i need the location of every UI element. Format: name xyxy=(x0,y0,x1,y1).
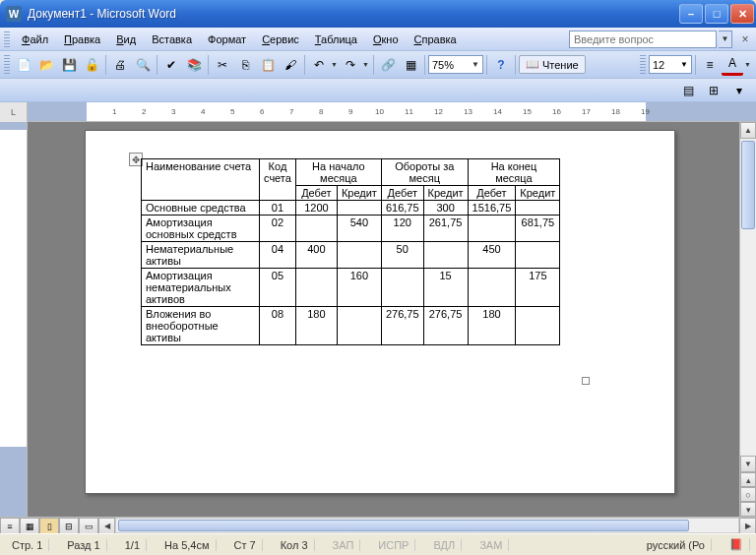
status-rec[interactable]: ЗАП xyxy=(327,539,361,551)
help-icon[interactable]: ? xyxy=(490,54,512,76)
zoom-combo[interactable]: 75%▼ xyxy=(428,55,483,74)
table-cell[interactable]: 681,75 xyxy=(516,216,560,242)
table-cell[interactable]: 05 xyxy=(260,269,296,307)
header-end[interactable]: На конец месяца xyxy=(468,159,560,186)
new-doc-icon[interactable]: 📄 xyxy=(13,54,34,76)
menu-window[interactable]: Окно xyxy=(365,31,407,48)
menu-view[interactable]: Вид xyxy=(108,31,144,48)
table-cell[interactable]: 08 xyxy=(260,307,296,345)
header-debit[interactable]: Дебет xyxy=(295,186,337,201)
table-cell[interactable]: Основные средства xyxy=(142,201,260,216)
table-cell[interactable] xyxy=(516,201,560,216)
table-row[interactable]: Вложения во внеоборотные активы08180276,… xyxy=(142,307,560,345)
paste-icon[interactable]: 📋 xyxy=(257,54,279,76)
tables-borders-icon[interactable]: ▦ xyxy=(400,54,421,76)
menu-insert[interactable]: Вставка xyxy=(144,31,200,48)
table-cell[interactable] xyxy=(516,242,560,269)
header-start[interactable]: На начало месяца xyxy=(295,159,381,186)
table-cell[interactable]: 276,75 xyxy=(381,307,423,345)
cut-icon[interactable]: ✂ xyxy=(212,54,233,76)
status-trk[interactable]: ИСПР xyxy=(372,539,415,551)
open-icon[interactable]: 📂 xyxy=(35,54,57,76)
research-icon[interactable]: 📚 xyxy=(183,54,205,76)
table-cell[interactable]: 180 xyxy=(468,307,516,345)
menu-file[interactable]: Файл xyxy=(14,31,56,48)
table-cell[interactable]: 15 xyxy=(423,269,468,307)
font-size-combo[interactable]: 12▼ xyxy=(649,55,692,74)
table-cell[interactable]: 540 xyxy=(337,216,381,242)
header-name[interactable]: Наименование счета xyxy=(142,159,260,201)
status-language[interactable]: русский (Ро xyxy=(641,539,712,551)
accounting-table[interactable]: Наименование счета Код счета На начало м… xyxy=(141,158,560,345)
toolbar-grip[interactable] xyxy=(4,55,10,75)
table-cell[interactable] xyxy=(516,307,560,345)
table-cell[interactable]: 02 xyxy=(260,216,296,242)
ask-dropdown[interactable]: ▼ xyxy=(719,31,732,48)
header-code[interactable]: Код счета xyxy=(260,159,296,201)
vertical-scrollbar[interactable]: ▲ ▼ ▴ ○ ▾ xyxy=(739,122,756,517)
table-row[interactable]: Амортизация основных средств02540120261,… xyxy=(142,216,560,242)
header-credit[interactable]: Кредит xyxy=(516,186,560,201)
status-ovr[interactable]: ЗАМ xyxy=(473,539,509,551)
table-cell[interactable]: 1200 xyxy=(295,201,337,216)
table-cell[interactable]: 261,75 xyxy=(423,216,468,242)
table-cell[interactable]: 400 xyxy=(295,242,337,269)
hyperlink-icon[interactable]: 🔗 xyxy=(377,54,399,76)
copy-icon[interactable]: ⎘ xyxy=(234,54,256,76)
browse-object-button[interactable]: ○ xyxy=(740,487,756,502)
ask-a-question-input[interactable] xyxy=(569,31,717,48)
table-cell[interactable] xyxy=(295,269,337,307)
table-cell[interactable]: Амортизация основных средств xyxy=(142,216,260,242)
table-cell[interactable]: Нематериальные активы xyxy=(142,242,260,269)
table-cell[interactable]: Амортизация нематериальных активов xyxy=(142,269,260,307)
print-preview-icon[interactable]: 🔍 xyxy=(132,54,154,76)
menu-table[interactable]: Таблица xyxy=(307,31,365,48)
table-cell[interactable] xyxy=(337,242,381,269)
table-resize-handle[interactable] xyxy=(582,377,590,385)
table-cell[interactable] xyxy=(295,216,337,242)
table-cell[interactable]: 616,75 xyxy=(381,201,423,216)
menu-edit[interactable]: Правка xyxy=(56,31,108,48)
table-cell[interactable] xyxy=(337,307,381,345)
hscroll-right-button[interactable]: ▶ xyxy=(739,518,756,534)
close-doc-button[interactable]: × xyxy=(738,32,752,46)
document-viewport[interactable]: ✥ Наименование счета Код счета На начало… xyxy=(28,122,739,517)
draw-table-icon[interactable]: ▤ xyxy=(677,80,699,101)
table-cell[interactable] xyxy=(423,242,468,269)
hscroll-thumb[interactable] xyxy=(118,520,689,531)
scroll-thumb[interactable] xyxy=(741,141,755,229)
undo-icon[interactable]: ↶ xyxy=(308,54,330,76)
table-cell[interactable] xyxy=(468,216,516,242)
outline-view-button[interactable]: ⊟ xyxy=(59,518,79,534)
reading-layout-button[interactable]: 📖 Чтение xyxy=(519,55,586,74)
formatting-grip[interactable] xyxy=(640,55,646,75)
format-painter-icon[interactable]: 🖌 xyxy=(280,54,301,76)
font-color-icon[interactable]: A xyxy=(722,54,743,76)
table-row[interactable]: Амортизация нематериальных активов051601… xyxy=(142,269,560,307)
hscroll-left-button[interactable]: ◀ xyxy=(98,518,115,534)
font-color-dropdown[interactable]: ▼ xyxy=(744,61,752,68)
undo-dropdown[interactable]: ▼ xyxy=(331,61,339,68)
print-view-button[interactable]: ▯ xyxy=(39,518,59,534)
table-cell[interactable]: 01 xyxy=(260,201,296,216)
header-credit[interactable]: Кредит xyxy=(337,186,381,201)
table-row[interactable]: Нематериальные активы0440050450 xyxy=(142,242,560,269)
header-debit[interactable]: Дебет xyxy=(468,186,516,201)
vertical-ruler[interactable] xyxy=(0,122,28,517)
insert-table-icon[interactable]: ⊞ xyxy=(703,80,724,101)
horizontal-ruler[interactable]: 12345678910111213141516171819 xyxy=(28,102,756,121)
status-spell-icon[interactable]: 📕 xyxy=(724,538,750,551)
menubar-grip[interactable] xyxy=(4,31,10,47)
scroll-up-button[interactable]: ▲ xyxy=(740,122,756,139)
hscroll-track[interactable] xyxy=(115,518,739,533)
maximize-button[interactable]: □ xyxy=(705,4,728,24)
table-cell[interactable]: 175 xyxy=(516,269,560,307)
scroll-down-button[interactable]: ▼ xyxy=(740,456,756,472)
table-cell[interactable]: Вложения во внеоборотные активы xyxy=(142,307,260,345)
table-cell[interactable]: 300 xyxy=(423,201,468,216)
table-row[interactable]: Основные средства011200616,753001516,75 xyxy=(142,201,560,216)
save-icon[interactable]: 💾 xyxy=(58,54,80,76)
redo-dropdown[interactable]: ▼ xyxy=(362,61,370,68)
table-cell[interactable]: 04 xyxy=(260,242,296,269)
next-page-button[interactable]: ▾ xyxy=(740,502,756,517)
